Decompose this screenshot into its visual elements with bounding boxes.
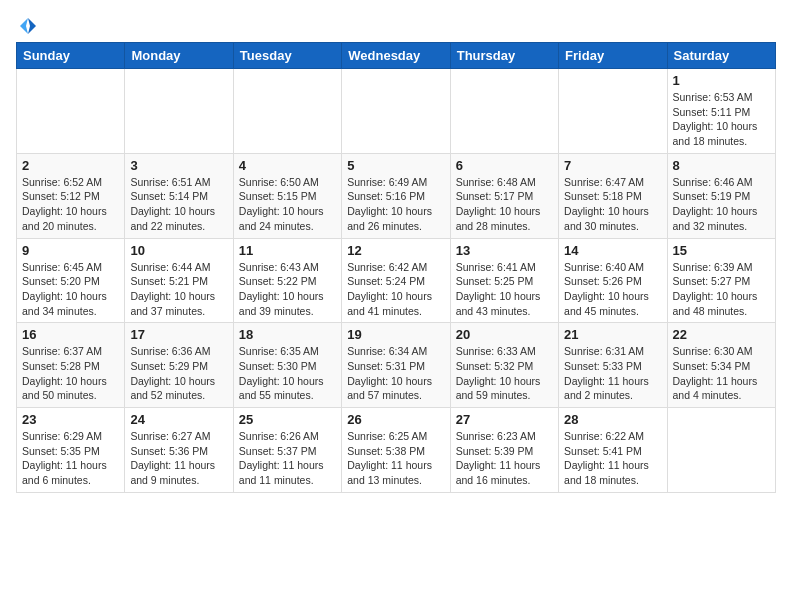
day-number: 10 <box>130 243 227 258</box>
day-info: Sunrise: 6:29 AM Sunset: 5:35 PM Dayligh… <box>22 429 119 488</box>
calendar-body: 1Sunrise: 6:53 AM Sunset: 5:11 PM Daylig… <box>17 69 776 493</box>
day-info: Sunrise: 6:43 AM Sunset: 5:22 PM Dayligh… <box>239 260 336 319</box>
logo-icon <box>18 16 38 36</box>
day-number: 25 <box>239 412 336 427</box>
day-cell: 22Sunrise: 6:30 AM Sunset: 5:34 PM Dayli… <box>667 323 775 408</box>
day-info: Sunrise: 6:39 AM Sunset: 5:27 PM Dayligh… <box>673 260 770 319</box>
day-cell: 12Sunrise: 6:42 AM Sunset: 5:24 PM Dayli… <box>342 238 450 323</box>
day-number: 13 <box>456 243 553 258</box>
day-info: Sunrise: 6:42 AM Sunset: 5:24 PM Dayligh… <box>347 260 444 319</box>
day-cell: 15Sunrise: 6:39 AM Sunset: 5:27 PM Dayli… <box>667 238 775 323</box>
day-number: 11 <box>239 243 336 258</box>
day-cell <box>233 69 341 154</box>
day-number: 17 <box>130 327 227 342</box>
day-cell: 1Sunrise: 6:53 AM Sunset: 5:11 PM Daylig… <box>667 69 775 154</box>
day-number: 12 <box>347 243 444 258</box>
day-cell <box>450 69 558 154</box>
day-number: 28 <box>564 412 661 427</box>
day-cell <box>342 69 450 154</box>
day-cell: 28Sunrise: 6:22 AM Sunset: 5:41 PM Dayli… <box>559 408 667 493</box>
weekday-header-row: SundayMondayTuesdayWednesdayThursdayFrid… <box>17 43 776 69</box>
day-info: Sunrise: 6:35 AM Sunset: 5:30 PM Dayligh… <box>239 344 336 403</box>
day-cell: 6Sunrise: 6:48 AM Sunset: 5:17 PM Daylig… <box>450 153 558 238</box>
week-row-4: 16Sunrise: 6:37 AM Sunset: 5:28 PM Dayli… <box>17 323 776 408</box>
day-cell: 13Sunrise: 6:41 AM Sunset: 5:25 PM Dayli… <box>450 238 558 323</box>
day-info: Sunrise: 6:30 AM Sunset: 5:34 PM Dayligh… <box>673 344 770 403</box>
day-info: Sunrise: 6:33 AM Sunset: 5:32 PM Dayligh… <box>456 344 553 403</box>
day-info: Sunrise: 6:40 AM Sunset: 5:26 PM Dayligh… <box>564 260 661 319</box>
day-cell: 16Sunrise: 6:37 AM Sunset: 5:28 PM Dayli… <box>17 323 125 408</box>
weekday-tuesday: Tuesday <box>233 43 341 69</box>
day-cell: 24Sunrise: 6:27 AM Sunset: 5:36 PM Dayli… <box>125 408 233 493</box>
day-cell: 17Sunrise: 6:36 AM Sunset: 5:29 PM Dayli… <box>125 323 233 408</box>
day-info: Sunrise: 6:52 AM Sunset: 5:12 PM Dayligh… <box>22 175 119 234</box>
day-info: Sunrise: 6:36 AM Sunset: 5:29 PM Dayligh… <box>130 344 227 403</box>
day-number: 23 <box>22 412 119 427</box>
weekday-monday: Monday <box>125 43 233 69</box>
day-info: Sunrise: 6:53 AM Sunset: 5:11 PM Dayligh… <box>673 90 770 149</box>
day-cell: 11Sunrise: 6:43 AM Sunset: 5:22 PM Dayli… <box>233 238 341 323</box>
day-cell: 3Sunrise: 6:51 AM Sunset: 5:14 PM Daylig… <box>125 153 233 238</box>
day-info: Sunrise: 6:47 AM Sunset: 5:18 PM Dayligh… <box>564 175 661 234</box>
day-info: Sunrise: 6:26 AM Sunset: 5:37 PM Dayligh… <box>239 429 336 488</box>
day-info: Sunrise: 6:25 AM Sunset: 5:38 PM Dayligh… <box>347 429 444 488</box>
day-cell: 9Sunrise: 6:45 AM Sunset: 5:20 PM Daylig… <box>17 238 125 323</box>
day-number: 7 <box>564 158 661 173</box>
day-cell: 25Sunrise: 6:26 AM Sunset: 5:37 PM Dayli… <box>233 408 341 493</box>
calendar-table: SundayMondayTuesdayWednesdayThursdayFrid… <box>16 42 776 493</box>
day-info: Sunrise: 6:34 AM Sunset: 5:31 PM Dayligh… <box>347 344 444 403</box>
day-number: 8 <box>673 158 770 173</box>
weekday-thursday: Thursday <box>450 43 558 69</box>
day-number: 16 <box>22 327 119 342</box>
weekday-friday: Friday <box>559 43 667 69</box>
day-cell: 18Sunrise: 6:35 AM Sunset: 5:30 PM Dayli… <box>233 323 341 408</box>
day-number: 20 <box>456 327 553 342</box>
day-cell: 14Sunrise: 6:40 AM Sunset: 5:26 PM Dayli… <box>559 238 667 323</box>
weekday-wednesday: Wednesday <box>342 43 450 69</box>
day-cell: 4Sunrise: 6:50 AM Sunset: 5:15 PM Daylig… <box>233 153 341 238</box>
svg-marker-1 <box>20 18 28 34</box>
day-number: 19 <box>347 327 444 342</box>
day-cell: 23Sunrise: 6:29 AM Sunset: 5:35 PM Dayli… <box>17 408 125 493</box>
day-cell <box>17 69 125 154</box>
day-info: Sunrise: 6:44 AM Sunset: 5:21 PM Dayligh… <box>130 260 227 319</box>
day-info: Sunrise: 6:41 AM Sunset: 5:25 PM Dayligh… <box>456 260 553 319</box>
week-row-5: 23Sunrise: 6:29 AM Sunset: 5:35 PM Dayli… <box>17 408 776 493</box>
day-number: 24 <box>130 412 227 427</box>
day-cell <box>125 69 233 154</box>
week-row-1: 1Sunrise: 6:53 AM Sunset: 5:11 PM Daylig… <box>17 69 776 154</box>
day-info: Sunrise: 6:49 AM Sunset: 5:16 PM Dayligh… <box>347 175 444 234</box>
day-cell: 26Sunrise: 6:25 AM Sunset: 5:38 PM Dayli… <box>342 408 450 493</box>
day-info: Sunrise: 6:46 AM Sunset: 5:19 PM Dayligh… <box>673 175 770 234</box>
day-cell: 20Sunrise: 6:33 AM Sunset: 5:32 PM Dayli… <box>450 323 558 408</box>
day-cell: 19Sunrise: 6:34 AM Sunset: 5:31 PM Dayli… <box>342 323 450 408</box>
day-info: Sunrise: 6:51 AM Sunset: 5:14 PM Dayligh… <box>130 175 227 234</box>
week-row-2: 2Sunrise: 6:52 AM Sunset: 5:12 PM Daylig… <box>17 153 776 238</box>
svg-marker-0 <box>28 18 36 34</box>
day-cell: 8Sunrise: 6:46 AM Sunset: 5:19 PM Daylig… <box>667 153 775 238</box>
day-number: 2 <box>22 158 119 173</box>
day-number: 27 <box>456 412 553 427</box>
day-info: Sunrise: 6:31 AM Sunset: 5:33 PM Dayligh… <box>564 344 661 403</box>
day-number: 26 <box>347 412 444 427</box>
page-header <box>16 16 776 32</box>
day-number: 6 <box>456 158 553 173</box>
day-cell: 7Sunrise: 6:47 AM Sunset: 5:18 PM Daylig… <box>559 153 667 238</box>
logo <box>16 16 38 32</box>
day-number: 22 <box>673 327 770 342</box>
day-cell <box>667 408 775 493</box>
day-cell: 21Sunrise: 6:31 AM Sunset: 5:33 PM Dayli… <box>559 323 667 408</box>
day-info: Sunrise: 6:23 AM Sunset: 5:39 PM Dayligh… <box>456 429 553 488</box>
day-info: Sunrise: 6:27 AM Sunset: 5:36 PM Dayligh… <box>130 429 227 488</box>
day-info: Sunrise: 6:37 AM Sunset: 5:28 PM Dayligh… <box>22 344 119 403</box>
day-info: Sunrise: 6:48 AM Sunset: 5:17 PM Dayligh… <box>456 175 553 234</box>
day-number: 5 <box>347 158 444 173</box>
day-number: 3 <box>130 158 227 173</box>
day-cell: 5Sunrise: 6:49 AM Sunset: 5:16 PM Daylig… <box>342 153 450 238</box>
weekday-sunday: Sunday <box>17 43 125 69</box>
day-info: Sunrise: 6:22 AM Sunset: 5:41 PM Dayligh… <box>564 429 661 488</box>
day-number: 1 <box>673 73 770 88</box>
day-number: 21 <box>564 327 661 342</box>
day-number: 9 <box>22 243 119 258</box>
day-cell: 10Sunrise: 6:44 AM Sunset: 5:21 PM Dayli… <box>125 238 233 323</box>
